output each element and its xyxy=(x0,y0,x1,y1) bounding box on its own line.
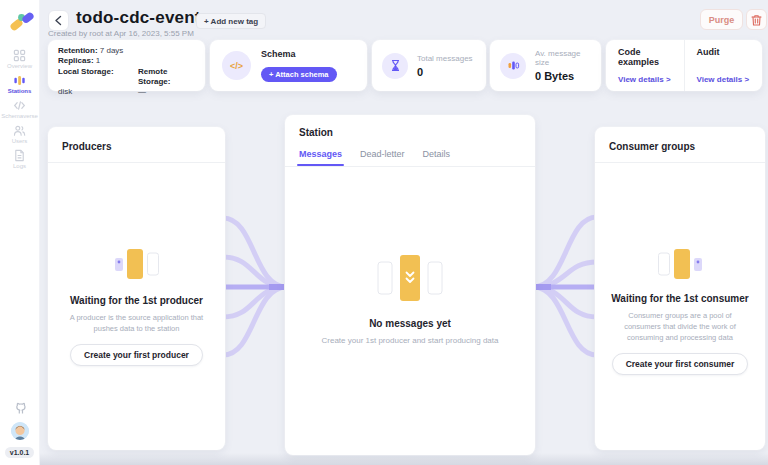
sidebar-bottom: v1.0.1 xyxy=(5,401,34,465)
avg-message-size-value: 0 Bytes xyxy=(535,70,591,82)
local-storage-value: disk xyxy=(58,87,138,97)
station-title: Station xyxy=(299,127,521,138)
purge-button[interactable]: Purge xyxy=(700,9,743,30)
document-icon xyxy=(13,149,26,162)
station-bars-icon xyxy=(13,74,26,87)
total-messages-label: Total messages xyxy=(417,54,473,63)
version-badge: v1.0.1 xyxy=(5,447,34,458)
audit-title: Audit xyxy=(697,47,751,57)
links-card: Code examples View details > Audit View … xyxy=(606,40,762,91)
sidebar-item-label: Stations xyxy=(8,88,32,95)
station-card: Station Messages Dead-letter Details No … xyxy=(285,115,535,455)
sidebar-item-logs[interactable]: Logs xyxy=(0,149,40,174)
created-by-text: Created by root at Apr 16, 2023, 5:55 PM xyxy=(48,29,194,38)
attach-schema-button[interactable]: + Attach schema xyxy=(261,67,337,82)
user-avatar[interactable] xyxy=(11,422,29,440)
producer-flow-lines xyxy=(223,195,287,380)
code-examples-section: Code examples View details > xyxy=(606,40,684,91)
schema-code-icon: </> xyxy=(222,51,251,80)
arrow-left-icon xyxy=(53,15,64,26)
users-icon xyxy=(13,124,26,137)
tab-details[interactable]: Details xyxy=(423,149,451,166)
avg-message-size-label: Av. message size xyxy=(535,49,591,67)
consumer-groups-title: Consumer groups xyxy=(595,127,765,163)
hourglass-icon xyxy=(382,53,408,79)
station-empty-state: No messages yet Create your 1st producer… xyxy=(285,255,535,346)
no-messages-icon xyxy=(377,255,443,301)
station-empty-desc: Create your 1st producer and start produ… xyxy=(305,335,515,346)
sidebar-item-stations[interactable]: Stations xyxy=(0,74,40,99)
producers-empty-state: Waiting for the 1st producer A producer … xyxy=(48,249,225,366)
sidebar-item-label: Logs xyxy=(13,163,26,170)
schema-card: </> Schema + Attach schema xyxy=(210,40,367,91)
sidebar-nav: Overview Stations Schemaverse Users xyxy=(0,49,40,174)
trash-icon xyxy=(751,14,762,26)
sidebar-item-schemaverse[interactable]: Schemaverse xyxy=(0,99,40,124)
remote-storage-value: — xyxy=(138,87,195,97)
station-tabs: Messages Dead-letter Details xyxy=(299,149,521,166)
total-messages-card: Total messages 0 xyxy=(372,40,486,91)
station-header: Station Messages Dead-letter Details xyxy=(285,115,535,166)
code-examples-title: Code examples xyxy=(618,47,672,67)
tab-dead-letter[interactable]: Dead-letter xyxy=(360,149,405,166)
consumers-empty-state: Waiting for the 1st consumer Consumer gr… xyxy=(595,249,765,375)
sidebar-item-label: Schemaverse xyxy=(1,113,38,120)
code-icon xyxy=(13,99,26,112)
local-storage-label: Local Storage: xyxy=(58,67,138,87)
delete-station-button[interactable] xyxy=(746,9,767,30)
producers-empty-desc: A producer is the source application tha… xyxy=(61,312,213,334)
consumer-flow-lines xyxy=(533,195,597,380)
back-button[interactable] xyxy=(48,10,69,31)
add-new-tag-button[interactable]: + Add new tag xyxy=(196,13,266,29)
consumers-empty-title: Waiting for the 1st consumer xyxy=(595,293,765,304)
replicas-row: Replicas: 1 xyxy=(58,56,195,66)
page-title: todo-cdc-events xyxy=(76,8,210,28)
sidebar: Overview Stations Schemaverse Users xyxy=(0,0,40,465)
remote-storage-label: Remote Storage: xyxy=(138,67,195,87)
schema-title: Schema xyxy=(261,49,337,59)
sidebar-item-label: Overview xyxy=(7,63,32,70)
producer-bars-icon xyxy=(114,249,160,279)
avg-message-size-card: Av. message size 0 Bytes xyxy=(490,40,601,91)
sidebar-item-label: Users xyxy=(12,138,28,145)
github-icon[interactable] xyxy=(13,401,27,415)
code-examples-link[interactable]: View details > xyxy=(618,75,672,84)
audit-link[interactable]: View details > xyxy=(697,75,751,84)
consumer-bars-icon xyxy=(657,249,703,279)
retention-row: Retention: 7 days xyxy=(58,46,195,56)
grid-icon xyxy=(13,49,26,62)
total-messages-value: 0 xyxy=(417,66,473,78)
consumer-groups-card: Consumer groups Waiting for the 1st cons… xyxy=(595,127,765,450)
tab-messages[interactable]: Messages xyxy=(299,149,342,166)
sidebar-item-overview[interactable]: Overview xyxy=(0,49,40,74)
app-logo-icon[interactable] xyxy=(5,7,35,37)
producers-title: Producers xyxy=(48,127,225,163)
producers-empty-title: Waiting for the 1st producer xyxy=(48,295,225,306)
create-first-producer-button[interactable]: Create your first producer xyxy=(70,344,203,366)
audit-section: Audit View details > xyxy=(684,40,763,91)
station-empty-title: No messages yet xyxy=(285,318,535,329)
storage-rows: Local Storage: Remote Storage: disk — xyxy=(58,67,195,97)
producers-card: Producers Waiting for the 1st producer A… xyxy=(48,127,225,450)
tabs-divider xyxy=(285,166,535,167)
consumers-empty-desc: Consumer groups are a pool of consumers … xyxy=(611,310,749,343)
sidebar-item-users[interactable]: Users xyxy=(0,124,40,149)
create-first-consumer-button[interactable]: Create your first consumer xyxy=(612,353,749,375)
station-details-card: Retention: 7 days Replicas: 1 Local Stor… xyxy=(48,40,205,91)
message-size-bars-icon xyxy=(500,53,526,79)
